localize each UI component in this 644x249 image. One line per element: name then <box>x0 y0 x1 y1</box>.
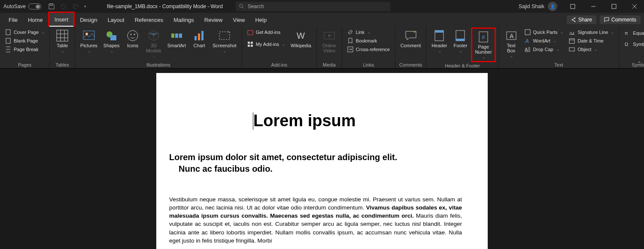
svg-text:+: + <box>227 30 230 34</box>
quick-parts-button[interactable]: Quick Parts⌵ <box>523 28 565 36</box>
footer-button[interactable]: Footer⌵ <box>450 27 470 56</box>
symbol-button[interactable]: ΩSymbol⌵ <box>623 40 644 48</box>
svg-point-14 <box>128 30 138 41</box>
tab-view[interactable]: View <box>228 13 250 27</box>
autosave-toggle-group[interactable]: AutoSave Off <box>0 3 45 9</box>
wordart-button[interactable]: AWordArt⌵ <box>523 37 565 45</box>
wikipedia-button[interactable]: WWikipedia <box>288 27 314 50</box>
autosave-toggle[interactable]: Off <box>28 3 41 9</box>
text-box-button[interactable]: AText Box⌵ <box>501 27 521 60</box>
tab-mailings[interactable]: Mailings <box>168 13 199 27</box>
comments-button[interactable]: Comments <box>600 15 641 24</box>
maximize-button[interactable] <box>605 0 623 13</box>
search-placeholder: Search <box>248 3 264 9</box>
document-title[interactable]: Lorem ipsum <box>253 112 475 130</box>
ribbon-insert: Cover Page⌵ Blank Page Page Break Pages … <box>0 27 644 69</box>
svg-point-4 <box>574 18 575 18</box>
svg-rect-18 <box>175 33 178 38</box>
table-icon <box>56 29 69 42</box>
drop-cap-icon: A <box>525 46 531 52</box>
pictures-button[interactable]: Pictures⌵ <box>78 27 100 56</box>
undo-icon[interactable] <box>60 3 67 10</box>
signature-icon <box>569 29 575 35</box>
object-button[interactable]: Object⌵ <box>567 46 615 53</box>
collapse-ribbon-icon[interactable]: ⌃ <box>637 61 641 67</box>
header-button[interactable]: Header⌵ <box>429 27 450 56</box>
shapes-button[interactable]: Shapes⌵ <box>101 27 122 56</box>
equation-icon: π <box>624 30 630 36</box>
save-icon[interactable] <box>48 3 55 10</box>
bookmark-button[interactable]: Bookmark <box>346 37 392 45</box>
equation-button[interactable]: πEquation⌵ <box>623 29 644 37</box>
svg-rect-13 <box>110 35 116 40</box>
redo-icon[interactable] <box>72 3 79 10</box>
screenshot-button[interactable]: +Screenshot⌵ <box>210 27 239 56</box>
group-text: AText Box⌵ Quick Parts⌵ AWordArt⌵ ADrop … <box>499 27 620 68</box>
svg-rect-37 <box>456 39 465 41</box>
online-video-button[interactable]: Online Video <box>319 27 339 55</box>
tab-home[interactable]: Home <box>23 13 48 27</box>
my-addins-button[interactable]: My Add-ins⌵ <box>246 40 286 48</box>
smartart-button[interactable]: SmartArt <box>165 27 188 50</box>
cover-page-button[interactable]: Cover Page⌵ <box>3 28 46 36</box>
tab-design[interactable]: Design <box>75 13 102 27</box>
svg-rect-17 <box>171 33 174 38</box>
tab-help[interactable]: Help <box>250 13 272 27</box>
date-time-button[interactable]: Date & Time <box>567 37 615 45</box>
close-button[interactable] <box>625 0 644 13</box>
minimize-button[interactable] <box>584 0 603 13</box>
share-button[interactable]: Share <box>567 15 596 24</box>
titlebar: AutoSave Off ▾ file-sample_1MB.docx - Co… <box>0 0 644 13</box>
cross-reference-button[interactable]: Cross-reference <box>346 46 392 53</box>
qat-dropdown-icon[interactable]: ▾ <box>84 4 86 9</box>
svg-rect-2 <box>571 4 575 9</box>
screenshot-icon: + <box>218 29 231 42</box>
document-subtitle[interactable]: Lorem ipsum dolor sit amet, consectetur … <box>169 152 462 175</box>
user-account[interactable]: Sajid Shaik 👤 <box>514 2 562 11</box>
page[interactable]: Lorem ipsum Lorem ipsum dolor sit amet, … <box>156 73 488 249</box>
3d-models-button[interactable]: 3D Models⌵ <box>143 27 164 60</box>
get-addins-button[interactable]: Get Add-ins <box>246 28 286 36</box>
link-button[interactable]: Link⌵ <box>346 28 392 36</box>
blank-page-button[interactable]: Blank Page <box>3 37 46 45</box>
ribbon-tabs: File Home Insert Design Layout Reference… <box>0 13 644 27</box>
svg-point-1 <box>240 4 243 8</box>
document-area[interactable]: Lorem ipsum Lorem ipsum dolor sit amet, … <box>0 69 644 249</box>
signature-line-button[interactable]: Signature Line⌵ <box>567 28 615 36</box>
tab-review[interactable]: Review <box>199 13 228 27</box>
ribbon-display-button[interactable] <box>563 0 582 13</box>
tab-insert[interactable]: Insert <box>49 13 74 27</box>
svg-rect-25 <box>248 30 253 35</box>
table-button[interactable]: Table⌵ <box>52 27 72 56</box>
svg-rect-7 <box>6 30 10 35</box>
search-icon <box>239 4 244 9</box>
drop-cap-button[interactable]: ADrop Cap⌵ <box>523 46 565 53</box>
page-break-button[interactable]: Page Break <box>3 46 46 53</box>
document-body[interactable]: Vestibulum neque massa, scelerisque sit … <box>169 195 462 245</box>
icons-button[interactable]: Icons <box>123 27 143 50</box>
comment-button[interactable]: +Comment <box>398 27 424 50</box>
group-header-footer: Header⌵ Footer⌵ #Page Number⌵ Header & F… <box>426 27 498 68</box>
svg-text:π: π <box>625 30 628 36</box>
svg-rect-22 <box>201 31 204 40</box>
chart-button[interactable]: Chart <box>189 27 209 50</box>
quick-parts-icon <box>525 29 531 35</box>
svg-rect-29 <box>251 45 253 47</box>
smartart-icon <box>170 29 183 42</box>
svg-rect-9 <box>57 30 68 41</box>
svg-text:+: + <box>413 29 416 34</box>
svg-rect-45 <box>569 39 574 43</box>
tab-layout[interactable]: Layout <box>103 13 130 27</box>
svg-rect-21 <box>198 33 200 40</box>
svg-rect-8 <box>6 38 10 43</box>
link-icon <box>347 29 353 35</box>
tab-file[interactable]: File <box>3 13 23 27</box>
tab-references[interactable]: References <box>130 13 168 27</box>
bookmark-icon <box>347 38 353 44</box>
cube-icon <box>147 29 160 42</box>
date-icon <box>569 38 575 44</box>
footer-icon <box>454 29 467 42</box>
svg-text:Ω: Ω <box>625 42 628 47</box>
page-number-button[interactable]: #Page Number⌵ <box>472 29 494 61</box>
search-box[interactable]: Search <box>236 2 390 11</box>
